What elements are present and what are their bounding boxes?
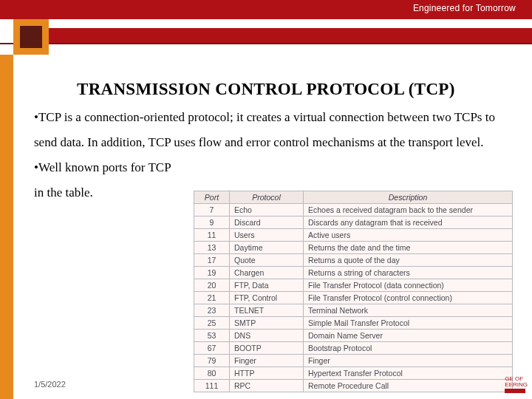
table-body: 7EchoEchoes a received datagram back to … [194,204,513,392]
table-header-row: Port Protocol Description [194,191,513,204]
table-row: 23TELNETTerminal Network [194,304,513,317]
table-row: 20FTP, DataFile Transfer Protocol (data … [194,279,513,292]
table-row: 67BOOTPBootstrap Protocol [194,342,513,355]
table-row: 25SMTPSimple Mail Transfer Protocol [194,317,513,330]
slide: Engineered for Tomorrow TRANSMISSION CON… [0,0,532,399]
th-description: Description [304,191,513,204]
table-row: 19ChargenReturns a string of characters [194,267,513,279]
th-port: Port [194,191,230,204]
table-row: 53DNSDomain Name Server [194,330,513,342]
paragraph-1: TCP is a connection-oriented protocol; i… [34,110,495,149]
footer-date: 1/5/2022 [34,380,66,389]
table-row: 111RPCRemote Procedure Call [194,380,513,392]
paragraph-2b: in the table. [34,185,93,200]
table-row: 13DaytimeReturns the date and the time [194,242,513,254]
red-band [28,28,532,44]
corner-text-2: EERING [505,381,528,388]
tagline: Engineered for Tomorrow [413,3,516,13]
paragraph-2a: Well known ports for TCP [38,160,171,174]
table-row: 11UsersActive users [194,229,513,242]
divider-rule [0,43,532,44]
table-row: 7EchoEchoes a received datagram back to … [194,204,513,216]
corner-bar-icon [505,389,525,393]
left-rail [0,55,13,399]
table-row: 80HTTPHypertext Transfer Protocol [194,367,513,380]
table-row: 9DiscardDiscards any datagram that is re… [194,216,513,229]
table-row: 21FTP, ControlFile Transfer Protocol (co… [194,292,513,304]
table-row: 79FingerFinger [194,355,513,367]
page-title: TRANSMISSION CONTROL PROTOCOL (TCP) [77,80,455,99]
table-row: 17QuoteReturns a quote of the day [194,254,513,267]
corner-notch-inner [20,26,42,48]
footer-logo-fragment: GE OF EERING [505,376,528,395]
ports-table: Port Protocol Description 7EchoEchoes a … [194,191,513,392]
th-protocol: Protocol [230,191,304,204]
